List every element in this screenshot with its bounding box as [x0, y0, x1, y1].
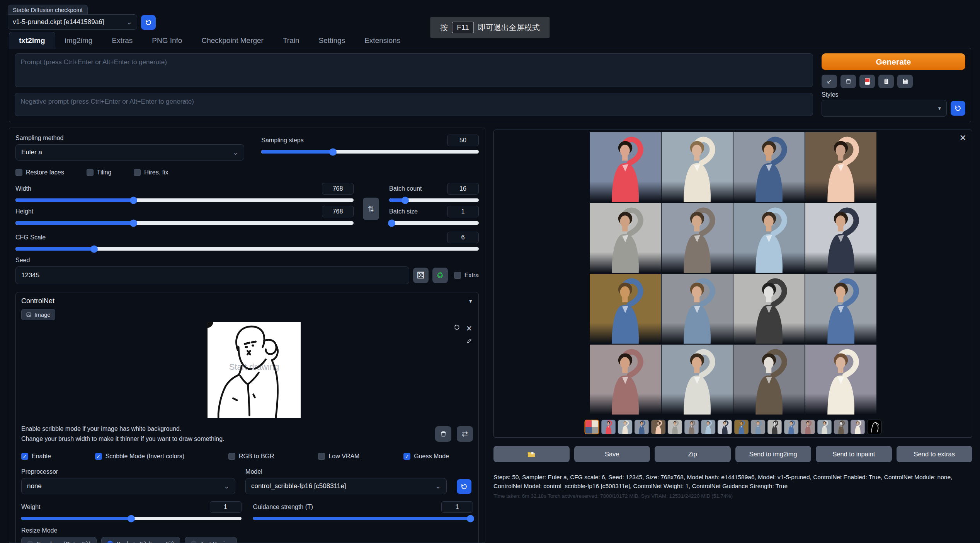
- seed-input[interactable]: 12345: [15, 266, 409, 284]
- extra-seed-checkbox[interactable]: Extra: [454, 272, 479, 279]
- controlnet-model-select[interactable]: control_scribble-fp16 [c508311e] ⌄: [245, 478, 447, 494]
- guidance-strength-value[interactable]: 1: [441, 501, 473, 513]
- gallery-image[interactable]: [805, 132, 876, 202]
- clear-image-button[interactable]: [435, 426, 451, 442]
- tab-txt2img[interactable]: txt2img: [9, 32, 55, 50]
- refresh-models-button[interactable]: [457, 479, 471, 494]
- tab-png-info[interactable]: PNG Info: [142, 32, 192, 49]
- thumbnail[interactable]: [734, 420, 749, 434]
- gallery-image[interactable]: [590, 203, 661, 273]
- gallery-image[interactable]: [733, 132, 805, 202]
- tab-img2img[interactable]: img2img: [55, 32, 102, 49]
- preprocessor-select[interactable]: none ⌄: [21, 478, 235, 494]
- thumbnail[interactable]: [651, 420, 665, 434]
- apply-style-button[interactable]: [878, 75, 894, 88]
- paste-button[interactable]: ↙: [822, 75, 837, 88]
- gallery-image[interactable]: [590, 345, 661, 415]
- height-slider[interactable]: [15, 221, 354, 225]
- tab-extensions[interactable]: Extensions: [355, 32, 410, 49]
- controlnet-checkbox-guess-mode[interactable]: ✓Guess Mode: [403, 453, 449, 460]
- batch-size-slider[interactable]: [389, 221, 479, 225]
- gallery-image[interactable]: [662, 132, 733, 202]
- save-button[interactable]: Save: [574, 446, 650, 462]
- gallery-image[interactable]: [805, 203, 876, 273]
- thumbnail[interactable]: [800, 420, 815, 434]
- swap-width-height-button[interactable]: ⇅: [363, 198, 379, 220]
- guidance-strength-slider[interactable]: [253, 517, 473, 520]
- zip-button[interactable]: Zip: [655, 446, 731, 462]
- send-to-inpaint-button[interactable]: Send to inpaint: [816, 446, 892, 462]
- styles-dropdown[interactable]: ▾: [822, 100, 947, 117]
- refresh-checkpoint-button[interactable]: [141, 15, 156, 30]
- batch-count-slider[interactable]: [389, 198, 479, 202]
- controlnet-canvas[interactable]: Start drawing: [208, 322, 301, 418]
- gallery-image[interactable]: [733, 274, 805, 344]
- thumbnail[interactable]: [618, 420, 632, 434]
- accordion-caret-icon[interactable]: ▼: [468, 298, 473, 304]
- weight-value[interactable]: 1: [210, 501, 242, 513]
- send-to-extras-button[interactable]: Send to extras: [897, 446, 973, 462]
- checkpoint-dropdown[interactable]: v1-5-pruned.ckpt [e1441589a6] ⌄: [8, 14, 137, 30]
- thumbnail[interactable]: [717, 420, 732, 434]
- swap-image-button[interactable]: ⇄: [457, 426, 473, 442]
- clear-prompt-button[interactable]: [840, 75, 856, 88]
- gallery-image[interactable]: [662, 345, 733, 415]
- sampling-method-select[interactable]: Euler a ⌄: [15, 144, 244, 161]
- random-seed-button[interactable]: ⚄: [413, 268, 429, 283]
- thumbnail[interactable]: [701, 420, 715, 434]
- thumbnail[interactable]: [850, 420, 865, 434]
- tab-extras[interactable]: Extras: [102, 32, 142, 49]
- tab-checkpoint-merger[interactable]: Checkpoint Merger: [192, 32, 273, 49]
- gallery-image[interactable]: [733, 203, 805, 273]
- tab-train[interactable]: Train: [273, 32, 309, 49]
- negative-prompt-input[interactable]: [15, 93, 813, 116]
- thumbnail-scribble[interactable]: [867, 420, 881, 434]
- generate-button[interactable]: Generate: [822, 53, 965, 70]
- thumbnail[interactable]: [767, 420, 782, 434]
- thumbnail[interactable]: [601, 420, 616, 434]
- gallery-image[interactable]: [805, 274, 876, 344]
- weight-slider[interactable]: [21, 517, 242, 520]
- close-gallery-button[interactable]: ✕: [960, 133, 966, 143]
- cfg-scale-value[interactable]: 6: [447, 232, 479, 243]
- resize-option-envelope-outer-fit-[interactable]: Envelope (Outer Fit): [21, 537, 97, 543]
- width-slider[interactable]: [15, 198, 354, 202]
- gallery-image[interactable]: [662, 203, 733, 273]
- extra-networks-button[interactable]: [859, 75, 875, 88]
- reuse-seed-button[interactable]: ♻: [432, 268, 448, 283]
- batch-count-value[interactable]: 16: [447, 183, 479, 195]
- width-value[interactable]: 768: [322, 183, 354, 195]
- resize-option-just-resize[interactable]: Just Resize: [185, 537, 237, 543]
- sampling-steps-value[interactable]: 50: [447, 135, 479, 146]
- thumbnail[interactable]: [684, 420, 699, 434]
- gallery-image[interactable]: [733, 345, 805, 415]
- tab-settings[interactable]: Settings: [309, 32, 355, 49]
- controlnet-image-tab[interactable]: Image: [21, 309, 55, 320]
- thumbnail[interactable]: [784, 420, 798, 434]
- thumbnail[interactable]: [750, 420, 765, 434]
- thumbnail-grid-composite[interactable]: [584, 420, 599, 434]
- gallery-image[interactable]: [805, 345, 876, 415]
- height-value[interactable]: 768: [322, 206, 354, 217]
- checkbox-hires-fix[interactable]: Hires. fix: [134, 169, 168, 176]
- undo-button[interactable]: [453, 324, 460, 333]
- send-to-img2img-button[interactable]: Send to img2img: [735, 446, 812, 462]
- thumbnail[interactable]: [817, 420, 832, 434]
- checkbox-tiling[interactable]: Tiling: [87, 169, 112, 176]
- prompt-input[interactable]: [15, 53, 813, 87]
- controlnet-checkbox-low-vram[interactable]: Low VRAM: [318, 453, 359, 460]
- gallery-image[interactable]: [590, 274, 661, 344]
- thumbnail[interactable]: [634, 420, 649, 434]
- thumbnail[interactable]: [834, 420, 848, 434]
- thumbnail[interactable]: [667, 420, 682, 434]
- controlnet-checkbox-enable[interactable]: ✓Enable: [21, 453, 51, 460]
- checkbox-restore-faces[interactable]: Restore faces: [15, 169, 64, 176]
- controlnet-checkbox-scribble-mode-invert-colors-[interactable]: ✓Scribble Mode (Invert colors): [95, 453, 185, 460]
- refresh-styles-button[interactable]: [951, 101, 965, 116]
- gallery-image[interactable]: [590, 132, 661, 202]
- cfg-scale-slider[interactable]: [15, 247, 479, 251]
- save-style-button[interactable]: [897, 75, 913, 88]
- batch-size-value[interactable]: 1: [447, 206, 479, 217]
- clear-canvas-button[interactable]: ✕: [466, 324, 472, 333]
- brush-button[interactable]: [466, 338, 472, 345]
